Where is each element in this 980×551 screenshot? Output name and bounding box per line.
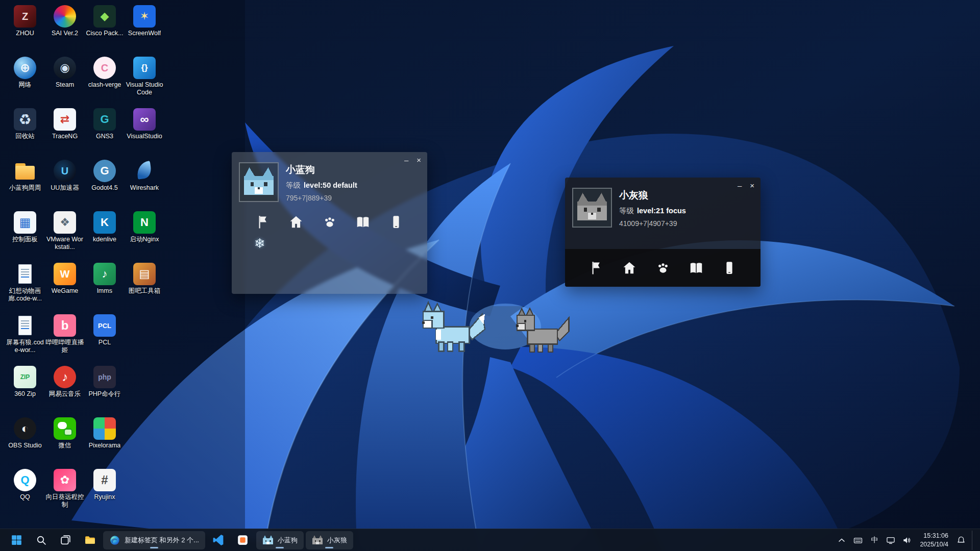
desktop-icon-nginx-start[interactable]: N 启动Nginx: [125, 209, 164, 261]
desktop-icon-network[interactable]: ⊕ 网络: [5, 55, 45, 106]
chevron-up-icon[interactable]: [834, 531, 849, 550]
desktop-icon-360zip[interactable]: ZIP 360 Zip: [5, 364, 45, 415]
desktop-icon-visual-studio[interactable]: ∞ VisualStudio: [125, 106, 164, 158]
flag-icon[interactable]: [255, 214, 271, 230]
taskbar-pet-blue-dog[interactable]: 小蓝狗: [256, 531, 304, 549]
keyboard-icon[interactable]: [850, 531, 866, 550]
clock-date: 2025/10/4: [920, 540, 948, 548]
search-button[interactable]: [30, 531, 52, 550]
desktop-icon-control-panel[interactable]: ▦ 控制面板: [5, 209, 45, 261]
app-icon: ❖: [54, 211, 76, 234]
desktop-icon-obs-studio[interactable]: ◐ OBS Studio: [5, 415, 45, 467]
pet-window-grey-wolf: – × 小灰狼 等级level:21 focus 41009+7|4907+39: [565, 178, 761, 287]
desktop-icon-ryujinx[interactable]: # Ryujinx: [85, 467, 125, 518]
taskbar-clock[interactable]: 15:31:06 2025/10/4: [916, 532, 952, 548]
notification-bell-icon[interactable]: [953, 531, 969, 550]
desktop-icon-blue-dog-folder[interactable]: 小蓝狗周周: [5, 158, 45, 209]
desktop-icon-sunflower-remote[interactable]: ✿ 向日葵远程控制: [45, 467, 85, 518]
task-view-button[interactable]: [54, 531, 77, 550]
desktop-icon-uu-booster[interactable]: U UU加速器: [45, 158, 85, 209]
desktop-icon-php-cli[interactable]: php PHP命令行: [85, 364, 125, 415]
desktop-icon-traceng[interactable]: ⇄ TraceNG: [45, 106, 85, 158]
desktop-icon-label: ScreenWolf: [128, 30, 161, 37]
pet-name: 小蓝狗: [286, 163, 357, 177]
desktop-icon-label: clash-verge: [88, 81, 121, 89]
pet-avatar-blue-dog: [239, 162, 279, 202]
edge-icon: [109, 535, 120, 546]
show-desktop-button[interactable]: [972, 531, 975, 550]
app-icon: G: [93, 160, 116, 182]
app-icon: ◆: [93, 5, 116, 28]
app-icon: N: [133, 211, 156, 234]
volume-icon[interactable]: [899, 531, 915, 550]
snowflake-icon[interactable]: ❄: [254, 236, 265, 252]
desktop-icon-toolbox[interactable]: ▤ 图吧工具箱: [125, 261, 164, 312]
taskbar-pet-label: 小蓝狗: [278, 536, 298, 545]
file-explorer-button[interactable]: [79, 531, 101, 550]
app-icon: ♻: [14, 108, 36, 131]
desktop-icon-wegame[interactable]: W WeGame: [45, 261, 85, 312]
desktop-icon-fantasy-animals-workspace[interactable]: 幻想动物画廊.code-w...: [5, 261, 45, 312]
desktop-icon-kdenlive[interactable]: K kdenlive: [85, 209, 125, 261]
desktop-icon-wechat[interactable]: 微信: [45, 415, 85, 467]
taskbar-pet-grey-wolf[interactable]: 小灰狼: [306, 531, 353, 549]
home-icon[interactable]: [622, 260, 637, 276]
desktop-icon-wireshark[interactable]: Wireshark: [125, 158, 164, 209]
edge-tab-button[interactable]: 新建标签页 和另外 2 个...: [103, 531, 205, 549]
desktop-icon-netease-music[interactable]: ♪ 网易云音乐: [45, 364, 85, 415]
desktop-icon-vscode[interactable]: {} Visual Studio Code: [125, 55, 164, 106]
desktop-icon-recycle-bin[interactable]: ♻ 回收站: [5, 106, 45, 158]
desktop-icon-label: Godot4.5: [91, 184, 117, 192]
app-icon: ♪: [93, 263, 116, 285]
flag-icon[interactable]: [589, 260, 604, 276]
desktop-icon-vmware-workstation[interactable]: ❖ VMware Workstati...: [45, 209, 85, 261]
desktop-icon-lmms[interactable]: ♪ lmms: [85, 261, 125, 312]
clock-time: 15:31:06: [923, 532, 948, 540]
ime-indicator[interactable]: 中: [867, 531, 882, 550]
desktop-icon-screen-wolf-workspace[interactable]: 屏幕有狼.code-wor...: [5, 312, 45, 364]
notes-app-button[interactable]: [232, 531, 254, 550]
pet-avatar-grey-wolf: [572, 188, 612, 228]
app-icon: [14, 160, 36, 182]
level-value: level:50 default: [304, 181, 357, 189]
book-icon[interactable]: [355, 214, 371, 230]
desktop-icon-zhou[interactable]: Z ZHOU: [5, 3, 45, 55]
book-icon[interactable]: [689, 260, 704, 276]
desktop-icon-godot[interactable]: G Godot4.5: [85, 158, 125, 209]
desktop-icon-bilibili-live[interactable]: b 哔哩哔哩直播姬: [45, 312, 85, 364]
app-icon: U: [54, 160, 76, 182]
desktop-icon-label: 图吧工具箱: [129, 287, 161, 295]
desktop-icon-label: 幻想动物画廊.code-w...: [6, 287, 44, 303]
desktop-icon-screenwolf[interactable]: ✶ ScreenWolf: [125, 3, 164, 55]
app-icon: ▤: [133, 263, 156, 285]
desktop-pet-grey-wolf[interactable]: [511, 306, 571, 359]
taskbar-pet-label: 小灰狼: [327, 536, 347, 545]
display-icon[interactable]: [883, 531, 898, 550]
level-value: level:21 focus: [637, 207, 686, 215]
start-button[interactable]: [5, 531, 28, 550]
desktop-icon-pixelorama[interactable]: Pixelorama: [85, 415, 125, 467]
desktop-icon-gns3[interactable]: G GNS3: [85, 106, 125, 158]
phone-icon[interactable]: [722, 260, 737, 276]
desktop-icon-steam[interactable]: ◉ Steam: [45, 55, 85, 106]
pet-level: 等级level:21 focus: [619, 206, 686, 216]
desktop-icon-cisco-packet-tracer[interactable]: ◆ Cisco Pack...: [85, 3, 125, 55]
desktop-icon-sai[interactable]: SAI Ver.2: [45, 3, 85, 55]
desktop-pet-blue-dog[interactable]: [415, 298, 487, 360]
app-icon: [14, 263, 36, 285]
close-button[interactable]: ×: [416, 156, 421, 164]
minimize-button[interactable]: –: [404, 156, 408, 164]
desktop-icon-label: Pixelorama: [89, 442, 121, 449]
desktop-icon-label: UU加速器: [51, 184, 79, 192]
desktop-icon-label: Visual Studio Code: [125, 81, 164, 96]
vscode-button[interactable]: [207, 531, 230, 550]
paw-icon[interactable]: [655, 260, 671, 276]
home-icon[interactable]: [288, 214, 304, 230]
desktop-icon-clash-verge[interactable]: C clash-verge: [85, 55, 125, 106]
phone-icon[interactable]: [388, 214, 404, 230]
close-button[interactable]: ×: [750, 182, 754, 189]
desktop-icon-pcl[interactable]: PCL PCL: [85, 312, 125, 364]
desktop-icon-qq[interactable]: Q QQ: [5, 467, 45, 518]
paw-icon[interactable]: [322, 214, 337, 230]
minimize-button[interactable]: –: [738, 182, 742, 189]
